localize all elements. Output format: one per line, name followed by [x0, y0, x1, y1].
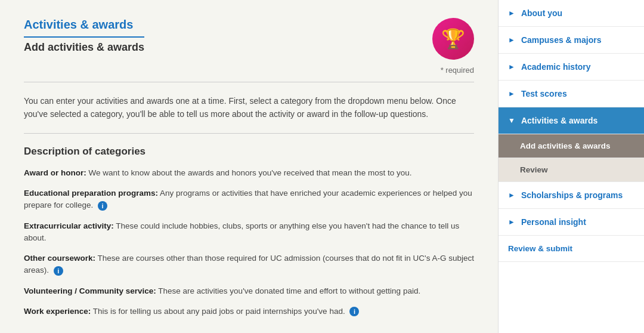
sidebar-item-scholarships[interactable]: ► Scholarships & programs: [499, 182, 644, 209]
chevron-academic: ►: [508, 63, 515, 71]
main-content: Activities & awards Add activities & awa…: [0, 0, 498, 333]
chevron-campuses: ►: [508, 36, 515, 44]
chevron-scholarships: ►: [508, 191, 515, 199]
sidebar-subitem-review-label: Review: [520, 165, 548, 174]
section-title: Activities & awards: [24, 18, 144, 38]
category-award-desc: We want to know about the awards and hon…: [89, 168, 412, 177]
required-label: * required: [24, 66, 474, 75]
categories-heading: Description of categories: [24, 146, 474, 158]
divider: [24, 82, 474, 82]
category-work-desc: This is for telling us about any paid jo…: [93, 307, 345, 316]
category-coursework: Other coursework: These are courses othe…: [24, 252, 474, 277]
sidebar-item-campuses[interactable]: ► Campuses & majors: [499, 27, 644, 54]
category-work: Work experience: This is for telling us …: [24, 306, 474, 317]
category-edu-label: Educational preparation programs:: [24, 189, 158, 198]
category-volunteer: Volunteering / Community service: These …: [24, 285, 474, 297]
sidebar-item-personal[interactable]: ► Personal insight: [499, 209, 644, 236]
chevron-activities: ▼: [508, 116, 515, 125]
sidebar-item-review-submit[interactable]: Review & submit: [499, 236, 644, 262]
sidebar-item-activities[interactable]: ▼ Activities & awards: [499, 107, 644, 134]
intro-text: You can enter your activities and awards…: [24, 94, 474, 121]
sidebar-subitem-review[interactable]: Review: [499, 158, 644, 182]
category-edu: Educational preparation programs: Any pr…: [24, 187, 474, 212]
info-icon-coursework[interactable]: i: [54, 266, 63, 276]
trophy-icon: 🏆: [432, 18, 474, 60]
category-work-label: Work experience:: [24, 307, 91, 316]
sidebar-label-campuses: Campuses & majors: [521, 35, 602, 45]
sidebar-label-about-you: About you: [521, 8, 562, 18]
category-volunteer-desc: These are activities you've donated time…: [158, 286, 420, 295]
sidebar-label-review-submit: Review & submit: [508, 244, 572, 253]
sidebar-label-activities: Activities & awards: [521, 116, 597, 125]
page-subtitle: Add activities & awards: [24, 41, 144, 54]
sidebar-label-scholarships: Scholarships & programs: [521, 190, 623, 200]
category-coursework-label: Other coursework:: [24, 254, 95, 263]
chevron-test-scores: ►: [508, 90, 515, 98]
category-extra: Extracurricular activity: These could in…: [24, 220, 474, 245]
sidebar-label-personal: Personal insight: [521, 217, 586, 227]
sidebar-item-academic[interactable]: ► Academic history: [499, 54, 644, 81]
sidebar-label-test-scores: Test scores: [521, 89, 567, 98]
sidebar-subitem-add-activities[interactable]: Add activities & awards: [499, 134, 644, 158]
info-icon-work[interactable]: i: [349, 307, 359, 316]
sidebar-item-test-scores[interactable]: ► Test scores: [499, 81, 644, 107]
category-extra-label: Extracurricular activity:: [24, 221, 114, 230]
sidebar-subitem-add-label: Add activities & awards: [520, 141, 611, 150]
sidebar-item-about-you[interactable]: ► About you: [499, 0, 644, 27]
chevron-about-you: ►: [508, 9, 515, 17]
info-icon-edu[interactable]: i: [98, 201, 107, 211]
chevron-personal: ►: [508, 218, 515, 226]
category-volunteer-label: Volunteering / Community service:: [24, 286, 156, 295]
divider-2: [24, 133, 474, 134]
sidebar: ► About you ► Campuses & majors ► Academ…: [498, 0, 644, 333]
category-award-label: Award or honor:: [24, 168, 86, 177]
category-award: Award or honor: We want to know about th…: [24, 167, 474, 179]
sidebar-label-academic: Academic history: [521, 62, 591, 72]
